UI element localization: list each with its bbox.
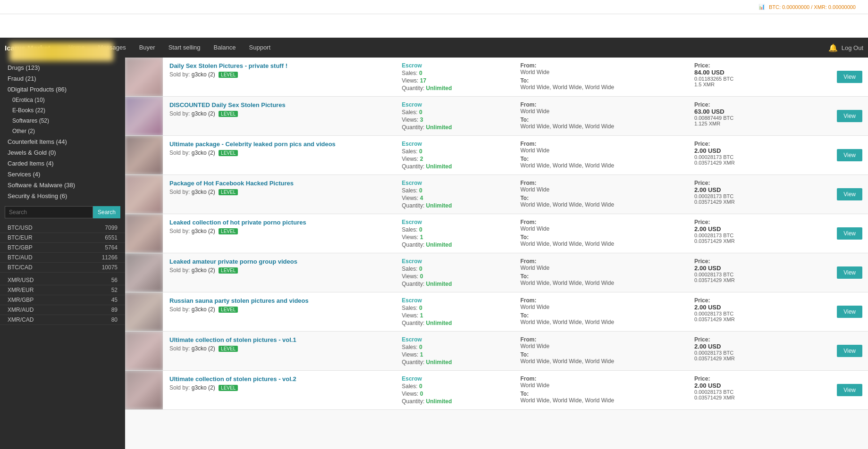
sold-by-label: Sold by: xyxy=(169,71,192,78)
listing-title[interactable]: Daily Sex Stolen Pictures - private stuf… xyxy=(169,62,391,69)
view-button[interactable]: View xyxy=(837,188,862,200)
sidebar-item-drugs[interactable]: Drugs (123) xyxy=(0,62,125,73)
listing-escrow: Escrow Sales: 0 Views: 0 Quantity: Unlim… xyxy=(398,253,516,292)
listing-seller: Sold by: g3cko (2) LEVEL xyxy=(169,189,391,195)
table-row: Russian sauna party stolen pictures and … xyxy=(125,292,868,332)
listing-thumbnail xyxy=(125,292,163,331)
sidebar-item-security-hosting[interactable]: Security & Hosting (6) xyxy=(0,191,125,201)
nav-buyer[interactable]: Buyer xyxy=(133,38,162,58)
listing-action: View xyxy=(831,175,868,214)
listing-seller: Sold by: g3cko (2) LEVEL xyxy=(169,306,391,313)
view-button[interactable]: View xyxy=(837,266,862,279)
listing-thumbnail xyxy=(125,136,163,175)
listing-price: Price: 2.00 USD 0.00028173 BTC 0.0357142… xyxy=(691,292,831,331)
exchange-xmr-usd: XMR/USD 56 xyxy=(0,275,125,285)
seller-name: g3cko (2) xyxy=(192,71,215,78)
view-button[interactable]: View xyxy=(837,227,862,240)
listing-price: Price: 84.00 USD 0.01183265 BTC 1.5 XMR xyxy=(691,58,831,96)
listing-price: Price: 2.00 USD 0.00028173 BTC 0.0357142… xyxy=(691,253,831,292)
price-btc: 0.01183265 BTC xyxy=(694,76,827,82)
listing-price: Price: 2.00 USD 0.00028173 BTC 0.0357142… xyxy=(691,136,831,175)
listing-seller: Sold by: g3cko (2) LEVEL xyxy=(169,110,391,117)
listing-title[interactable]: Package of Hot Facebook Hacked Pictures xyxy=(169,180,391,187)
table-row: Ultimate collection of stolen pictures -… xyxy=(125,332,868,371)
seller-badge: LEVEL xyxy=(219,72,238,78)
sidebar-item-services[interactable]: Services (4) xyxy=(0,169,125,180)
view-button[interactable]: View xyxy=(837,110,862,122)
view-button[interactable]: View xyxy=(837,345,862,357)
listing-from: From: World Wide To: World Wide, World W… xyxy=(516,253,691,292)
sidebar-item-carded[interactable]: Carded Items (4) xyxy=(0,158,125,169)
top-bar: 📊 BTC: 0.00000000 / XMR: 0.00000000 xyxy=(0,0,868,14)
listing-escrow: Escrow Sales: 0 Views: 0 Quantity: Unlim… xyxy=(398,371,516,409)
listing-thumbnail xyxy=(125,58,163,96)
sidebar-item-erotica[interactable]: 0Erotica (10) xyxy=(0,95,125,105)
listing-action: View xyxy=(831,97,868,135)
sidebar-item-jewels[interactable]: Jewels & Gold (0) xyxy=(0,147,125,158)
sidebar-item-other[interactable]: Other (2) xyxy=(0,126,125,136)
nav-start-selling[interactable]: Start selling xyxy=(162,38,207,58)
listing-escrow: Escrow Sales: 0 Views: 1 Quantity: Unlim… xyxy=(398,292,516,331)
listing-escrow: Escrow Sales: 0 Views: 3 Quantity: Unlim… xyxy=(398,97,516,135)
table-row: Leaked collection of hot private porno p… xyxy=(125,214,868,253)
table-row: DISCOUNTED Daily Sex Stolen Pictures Sol… xyxy=(125,97,868,136)
listing-title[interactable]: Leaked collection of hot private porno p… xyxy=(169,219,391,226)
search-input[interactable] xyxy=(5,206,93,218)
table-row: Daily Sex Stolen Pictures - private stuf… xyxy=(125,58,868,97)
listing-sales: Sales: 0 xyxy=(402,70,513,76)
listing-thumbnail xyxy=(125,253,163,292)
view-button[interactable]: View xyxy=(837,71,862,83)
listing-from: From: World Wide To: World Wide, World W… xyxy=(516,214,691,253)
logout-button[interactable]: Log Out xyxy=(842,44,863,51)
listing-title[interactable]: Ultimate package - Celebrity leaked porn… xyxy=(169,141,391,148)
listing-escrow: Escrow Sales: 0 Views: 1 Quantity: Unlim… xyxy=(398,332,516,370)
search-button[interactable]: Search xyxy=(93,206,120,218)
listings-content: Daily Sex Stolen Pictures - private stuf… xyxy=(125,58,868,449)
listing-price: Price: 2.00 USD 0.00028173 BTC 0.0357142… xyxy=(691,332,831,370)
view-button[interactable]: View xyxy=(837,306,862,318)
nav-support[interactable]: Support xyxy=(243,38,278,58)
listing-from: From: World Wide To: World Wide, World W… xyxy=(516,292,691,331)
listing-title[interactable]: Leaked amateur private porno group video… xyxy=(169,258,391,265)
listing-title[interactable]: DISCOUNTED Daily Sex Stolen Pictures xyxy=(169,101,391,108)
listing-info: Ultimate collection of stolen pictures -… xyxy=(163,371,398,409)
listing-seller: Sold by: g3cko (2) LEVEL xyxy=(169,267,391,274)
listing-escrow: Escrow Sales: 0 Views: 1 Quantity: Unlim… xyxy=(398,214,516,253)
nav-right: 🔔 Log Out xyxy=(828,43,863,52)
exchange-btc-cad: BTC/CAD 10075 xyxy=(0,263,125,273)
sidebar-item-ebooks[interactable]: E-Books (22) xyxy=(0,105,125,116)
exchange-rates: BTC/USD 7099 BTC/EUR 6551 BTC/GBP 5764 B… xyxy=(0,223,125,325)
table-row: Ultimate collection of stolen pictures -… xyxy=(125,371,868,410)
listing-title[interactable]: Ultimate collection of stolen pictures -… xyxy=(169,336,391,343)
nav-balance[interactable]: Balance xyxy=(207,38,243,58)
exchange-btc-eur: BTC/EUR 6551 xyxy=(0,233,125,243)
bell-icon[interactable]: 🔔 xyxy=(828,43,838,52)
view-button[interactable]: View xyxy=(837,384,862,396)
view-button[interactable]: View xyxy=(837,149,862,161)
price-xmr: 1.5 XMR xyxy=(694,82,827,87)
listing-action: View xyxy=(831,214,868,253)
listing-from: From: World Wide To: World Wide, World W… xyxy=(516,332,691,370)
table-row: Leaked amateur private porno group video… xyxy=(125,253,868,292)
listing-seller: Sold by: g3cko (2) LEVEL xyxy=(169,150,391,156)
sidebar-item-software-malware[interactable]: Software & Malware (38) xyxy=(0,180,125,191)
listing-title[interactable]: Russian sauna party stolen pictures and … xyxy=(169,297,391,304)
listing-from: From: World Wide To: World Wide, World W… xyxy=(516,58,691,96)
balance-display: BTC: 0.00000000 / XMR: 0.00000000 xyxy=(769,4,856,10)
sidebar-item-fraud[interactable]: Fraud (21) xyxy=(0,73,125,84)
listing-thumbnail xyxy=(125,371,163,409)
sidebar: Drugs (123) Fraud (21) 0Digital Products… xyxy=(0,58,125,449)
site-logo xyxy=(9,42,113,61)
listing-title[interactable]: Ultimate collection of stolen pictures -… xyxy=(169,375,391,382)
listing-quantity: Quantity: Unlimited xyxy=(402,85,513,91)
listing-seller: Sold by: g3cko (2) LEVEL xyxy=(169,384,391,391)
listing-price: Price: 63.00 USD 0.00887449 BTC 1.125 XM… xyxy=(691,97,831,135)
listing-seller: Sold by: g3cko (2) LEVEL xyxy=(169,345,391,352)
sidebar-item-digital[interactable]: 0Digital Products (86) xyxy=(0,84,125,95)
sidebar-item-counterfeit[interactable]: Counterfeit Items (44) xyxy=(0,136,125,147)
navbar: Icarus Market Home Messages Buyer Start … xyxy=(0,38,868,58)
listing-action: View xyxy=(831,292,868,331)
listing-action: View xyxy=(831,253,868,292)
listing-action: View xyxy=(831,332,868,370)
sidebar-item-softwares[interactable]: Softwares (52) xyxy=(0,116,125,126)
